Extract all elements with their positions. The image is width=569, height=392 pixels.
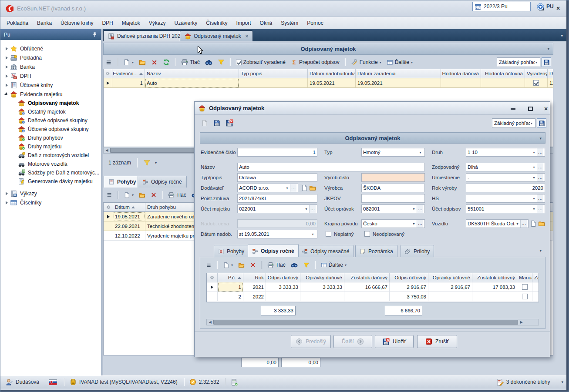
datum-nadob-field[interactable]: st 19.05.2021 — [237, 230, 317, 238]
dropdown-icon[interactable] — [531, 176, 537, 180]
sidebar-item-pokladna[interactable]: Pokladňa — [0, 53, 101, 62]
expand-icon[interactable] — [3, 56, 10, 60]
functions-menu-button[interactable]: Funkcie — [350, 58, 383, 67]
vyradeny-checkbox[interactable] — [533, 80, 539, 86]
menu-majetok[interactable]: Majetok — [118, 18, 145, 28]
tab-odpisy-rocne[interactable]: Odpisy ročné — [248, 244, 299, 257]
dropdown-icon[interactable] — [531, 165, 537, 169]
new-record-button[interactable] — [222, 261, 234, 269]
search-button[interactable] — [290, 261, 299, 269]
more-menu-button[interactable]: Ďalšie — [385, 58, 414, 67]
scroll-left-icon[interactable]: ◀ — [104, 147, 110, 153]
dodavatel-field[interactable]: ACORD s.r.o. — [237, 184, 298, 192]
document-icon[interactable] — [530, 220, 537, 227]
filter-dropdown-icon[interactable] — [155, 161, 157, 165]
tab-pohyby[interactable]: Pohyby — [104, 176, 141, 188]
sidebar-item-banka[interactable]: Banka — [0, 62, 101, 71]
poist-zmluva-field[interactable]: 2021/874/KL — [237, 194, 317, 203]
manualne-checkbox[interactable] — [522, 284, 528, 290]
neodpisovany-checkbox[interactable] — [364, 231, 370, 237]
dropdown-icon[interactable] — [515, 222, 520, 226]
show-discarded-toggle[interactable]: Zobraziť vyradené — [235, 58, 287, 66]
expand-icon[interactable] — [3, 74, 10, 78]
tab-odpisovany-majetok[interactable]: Odpisovaný majetok× — [180, 30, 253, 41]
dialog-header-dropdown-icon[interactable] — [539, 136, 542, 141]
delete-record-button[interactable] — [249, 261, 257, 269]
sidebar-item-uctovne-odpisove-skupiny[interactable]: iÚčtovné odpisové skupiny — [0, 125, 101, 134]
previous-button[interactable]: Predošlý — [291, 335, 331, 348]
menu-dph[interactable]: DPH — [98, 18, 117, 28]
sidebar-item-evidencia-majetku[interactable]: Evidencia majetku — [0, 90, 101, 99]
ellipsis-button[interactable] — [537, 205, 543, 213]
filter-button[interactable] — [302, 261, 311, 269]
sidebar-item-uctovne-knihy[interactable]: Účtovné knihy — [0, 80, 101, 90]
dropdown-icon[interactable] — [531, 151, 537, 154]
sidebar-item-ostatny-majetok[interactable]: Ostatný majetok — [0, 107, 101, 116]
sidebar-item-oblubene[interactable]: Obľúbené — [0, 44, 101, 53]
column-header-odpis_uctovny[interactable]: Odpis účtovný — [390, 273, 428, 282]
save-view-button[interactable] — [537, 118, 546, 128]
column-header-datum_zaradenia[interactable]: Dátum zaradenia — [356, 69, 441, 78]
vyrobca-field[interactable]: ŠKODA — [361, 184, 425, 192]
typ-field[interactable]: Hmotný — [361, 148, 425, 157]
sidebar-item-druhy-majetku[interactable]: Druhy majetku — [0, 142, 101, 151]
tab-odpisy-rocne[interactable]: Odpisy ročné — [138, 176, 187, 188]
expand-icon[interactable] — [3, 201, 10, 204]
new-record-button[interactable] — [122, 191, 135, 199]
sidebar-item-druhy-pohybov[interactable]: Druhy pohybov — [0, 134, 101, 142]
collapse-icon[interactable] — [3, 93, 10, 96]
status-tasks[interactable]: 3 dokončené úlohy — [496, 379, 550, 386]
ellipsis-button[interactable] — [309, 205, 316, 213]
column-header-vyradeny[interactable]: Vyradený — [525, 69, 548, 78]
column-header-za[interactable]: Za — [532, 273, 539, 282]
jkpov-field[interactable] — [361, 194, 425, 203]
column-header-evidencne_cislo[interactable]: Evidenčn... — [112, 69, 145, 78]
dropdown-icon[interactable] — [531, 197, 537, 201]
dropdown-icon[interactable] — [310, 232, 316, 236]
tab-odpisy-mesacne[interactable]: Odpisy mesačné — [297, 245, 354, 257]
sidebar-item-motorove-vozidla[interactable]: Motorové vozidlá — [0, 160, 101, 168]
ellipsis-button[interactable] — [417, 205, 423, 213]
expand-icon[interactable] — [3, 192, 10, 195]
zodpovedny-field[interactable]: Dlhá — [466, 163, 545, 171]
menu-ciselniky[interactable]: Číselníky — [202, 18, 232, 28]
ucet-odpisov-field[interactable]: 551001 — [466, 204, 545, 213]
filter-icon[interactable] — [143, 159, 151, 167]
ellipsis-button[interactable] — [537, 148, 543, 156]
manualne-checkbox[interactable] — [522, 294, 528, 299]
show-discarded-checkbox[interactable] — [236, 60, 242, 65]
table-row[interactable]: 220223 750,03 — [207, 292, 539, 302]
tab-poznamka[interactable]: Poznámka — [355, 245, 397, 257]
column-header-nazov[interactable]: Názov — [145, 69, 239, 78]
ellipsis-button[interactable] — [537, 163, 543, 171]
menu-okna[interactable]: Okná — [256, 18, 277, 28]
scroll-thumb[interactable] — [213, 320, 518, 325]
vozidlo-field[interactable]: DK530TH Škoda Octavia ... — [466, 219, 529, 228]
typ-popis-field[interactable]: Octavia — [237, 173, 317, 182]
expand-icon[interactable] — [3, 65, 10, 69]
dropdown-icon[interactable] — [417, 151, 423, 154]
menu-button[interactable] — [105, 191, 114, 199]
sidebar-item-dan-z-motorovych-vozidiel[interactable]: Daň z motorových vozidiel — [0, 151, 101, 160]
panel-dropdown-icon[interactable] — [547, 47, 549, 51]
column-header-manualne[interactable]: Manuálne z... — [517, 273, 532, 282]
delete-record-button[interactable] — [149, 191, 158, 199]
dropdown-icon[interactable] — [303, 207, 309, 211]
column-header-opravky_uctovne[interactable]: Oprávky účtovné — [428, 273, 472, 282]
dialog-titlebar[interactable]: Odpisovaný majetok — [195, 102, 550, 115]
expand-icon[interactable] — [3, 47, 10, 50]
menu-system[interactable]: Systém — [276, 18, 303, 28]
delete-record-button[interactable] — [150, 58, 159, 67]
dialog-close-button[interactable]: × — [539, 104, 552, 113]
menu-import[interactable]: Import — [232, 18, 256, 28]
tab-prilohy[interactable]: Prílohy — [401, 245, 434, 257]
next-button[interactable]: Ďalší — [333, 335, 372, 348]
ucet-opravok-field[interactable]: 082001 — [361, 204, 425, 213]
column-header-gear[interactable] — [207, 273, 218, 282]
menu-uctovne-knihy[interactable]: Účtovné knihy — [56, 18, 98, 28]
column-header-gear[interactable] — [104, 203, 113, 212]
hs-field[interactable]: - — [466, 194, 545, 203]
column-header-odpis_danovy[interactable]: Odpis daňový — [266, 273, 300, 282]
column-header-datum_nadobudnutia[interactable]: Dátum nadobudnutia — [308, 69, 356, 78]
table-row[interactable]: 1Auto19.05.202119.05.202112.1 — [104, 78, 553, 88]
